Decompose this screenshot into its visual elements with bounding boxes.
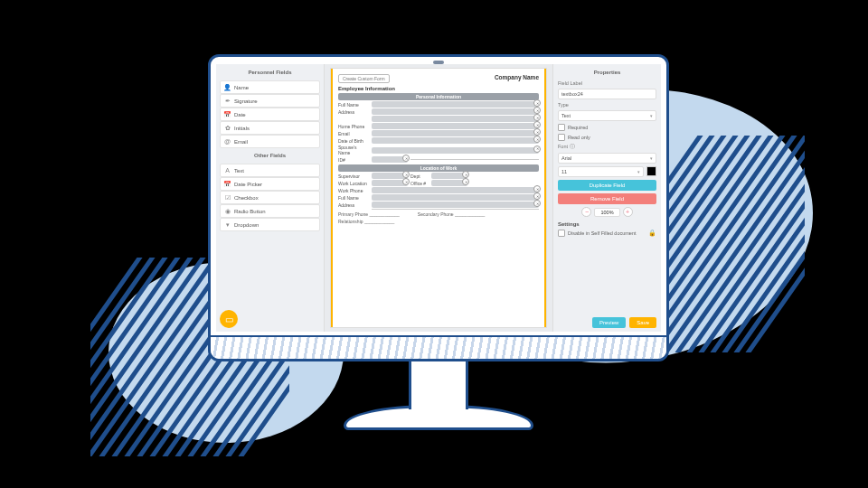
lbl-fullname2: Full Name [338, 195, 369, 201]
palette-item-signature[interactable]: ✒Signature [220, 94, 320, 108]
settings-header: Settings [558, 221, 656, 227]
chevron-down-icon: ▾ [650, 155, 653, 161]
palette-item-label: Dropdown [234, 222, 259, 228]
document-canvas: Create Custom Form Company Name Employee… [325, 64, 552, 332]
properties-panel: Properties Field Label textbox24 Type Te… [552, 64, 661, 332]
text-icon: A [224, 167, 231, 174]
lbl-address: Address [338, 109, 369, 115]
lbl-worklocation: Work Location [338, 181, 369, 186]
palette-item-name[interactable]: 👤Name [220, 80, 320, 94]
other-fields-header: Other Fields [220, 151, 320, 161]
monitor-frame: Personnel Fields 👤Name✒Signature📅Date✿In… [208, 54, 669, 361]
palette-item-label: Initials [234, 126, 250, 131]
palette-item-dropdown[interactable]: ▾Dropdown [220, 218, 320, 231]
palette-item-date[interactable]: 📅Date [220, 108, 320, 121]
field-fullname2[interactable] [372, 194, 539, 201]
date-picker-icon: 📅 [224, 181, 231, 187]
personnel-fields-header: Personnel Fields [220, 68, 320, 78]
lbl-supervisor: Supervisor [338, 174, 369, 179]
duplicate-field-button[interactable]: Duplicate Field [558, 180, 656, 191]
section-work-location: Location of Work [338, 164, 539, 172]
signature-icon: ✒ [224, 98, 231, 104]
field-homephone[interactable] [372, 123, 539, 129]
field-supervisor[interactable] [372, 173, 408, 179]
lbl-primaryphone: Primary Phone [338, 211, 368, 217]
app-screen: Personnel Fields 👤Name✒Signature📅Date✿In… [216, 64, 661, 332]
remove-field-button[interactable]: Remove Field [558, 193, 656, 204]
save-button[interactable]: Save [629, 317, 656, 328]
field-office[interactable] [431, 180, 467, 186]
preview-button[interactable]: Preview [592, 317, 626, 328]
form-document[interactable]: Create Custom Form Company Name Employee… [330, 68, 547, 328]
lock-icon: 🔒 [648, 230, 656, 237]
lbl-dept: Dept [410, 174, 429, 179]
palette-item-initials[interactable]: ✿Initials [220, 121, 320, 135]
palette-item-label: Email [234, 139, 248, 145]
zoom-value[interactable]: 100% [594, 208, 619, 217]
field-label-label: Field Label [558, 80, 656, 86]
field-id[interactable] [372, 156, 408, 163]
font-size-select[interactable]: 11▾ [558, 166, 644, 177]
chat-icon: ▭ [225, 314, 233, 324]
field-spouse[interactable] [372, 147, 539, 154]
lbl-office: Office # [410, 181, 429, 186]
monitor-chin [211, 335, 666, 359]
field-dob[interactable] [372, 137, 539, 144]
lbl-id: ID# [338, 157, 369, 163]
palette-item-radio-button[interactable]: ◉Radio Button [220, 204, 320, 218]
decoration-hatch-right [651, 136, 805, 352]
font-family-select[interactable]: Arial▾ [558, 153, 656, 164]
lbl-homephone: Home Phone [338, 124, 369, 129]
lbl-spouse: Spouse's Name [338, 145, 369, 155]
info-icon: ⓘ [570, 144, 575, 149]
field-workphone[interactable] [372, 187, 539, 193]
palette-item-label: Date Picker [234, 182, 262, 187]
properties-header: Properties [558, 68, 656, 78]
zoom-out-button[interactable]: − [581, 207, 591, 217]
palette-item-checkbox[interactable]: ☑Checkbox [220, 191, 320, 204]
palette-item-date-picker[interactable]: 📅Date Picker [220, 177, 320, 191]
checkbox-icon: ☑ [224, 194, 231, 201]
radio-button-icon: ◉ [224, 208, 231, 214]
field-dept[interactable] [431, 173, 467, 179]
dropdown-icon: ▾ [224, 221, 231, 228]
date-icon: 📅 [224, 111, 231, 117]
field-worklocation[interactable] [372, 180, 408, 186]
font-color-swatch[interactable] [646, 166, 656, 176]
palette-item-email[interactable]: @Email [220, 135, 320, 148]
lbl-address-b: Address [338, 202, 369, 208]
font-label: Font [558, 144, 568, 149]
company-name: Company Name [495, 74, 539, 80]
field-address2[interactable] [372, 116, 539, 122]
palette-item-label: Radio Button [234, 209, 266, 214]
type-select[interactable]: Text▾ [558, 110, 656, 121]
create-form-tag[interactable]: Create Custom Form [338, 74, 390, 83]
field-address1[interactable] [372, 108, 539, 115]
field-address-b[interactable] [372, 202, 539, 208]
lbl-workphone: Work Phone [338, 188, 369, 193]
readonly-checkbox[interactable] [558, 134, 565, 141]
zoom-in-button[interactable]: + [623, 207, 633, 217]
palette-item-label: Date [234, 112, 246, 117]
readonly-label: Read only [568, 135, 590, 140]
field-fullname[interactable] [372, 101, 539, 108]
lbl-secondaryphone: Secondary Phone [418, 211, 454, 217]
required-checkbox[interactable] [558, 124, 565, 131]
lbl-relationship: Relationship [338, 219, 363, 224]
palette-item-label: Signature [234, 99, 258, 104]
field-email[interactable] [372, 130, 539, 136]
disable-selffill-checkbox[interactable] [558, 230, 565, 237]
palette-item-text[interactable]: AText [220, 164, 320, 177]
lbl-fullname: Full Name [338, 102, 369, 108]
disable-selffill-label: Disable in Self Filled document [568, 230, 646, 236]
field-label-input[interactable]: textbox24 [558, 89, 656, 99]
palette-item-label: Checkbox [234, 195, 259, 201]
section-personal-info: Personal Information [338, 93, 539, 100]
name-icon: 👤 [224, 84, 231, 90]
help-chat-button[interactable]: ▭ [220, 310, 238, 328]
chevron-down-icon: ▾ [650, 113, 653, 118]
palette-item-label: Name [234, 85, 249, 90]
type-label: Type [558, 102, 656, 108]
required-label: Required [568, 125, 588, 130]
form-title: Employee Information [338, 86, 539, 91]
